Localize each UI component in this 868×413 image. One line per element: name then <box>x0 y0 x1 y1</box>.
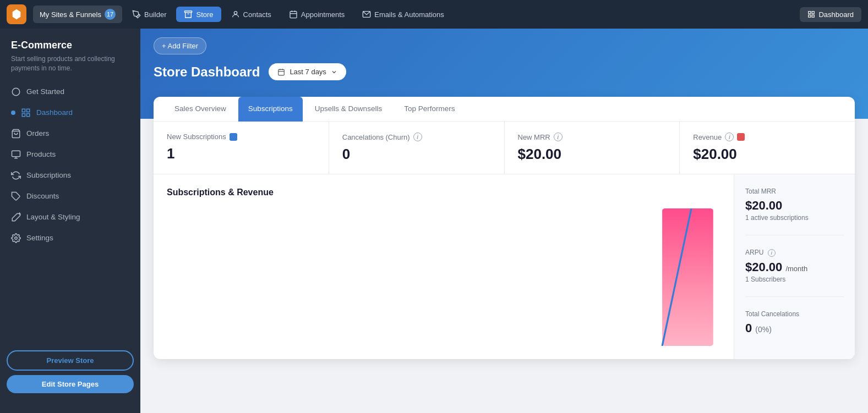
sidebar-item-layout[interactable]: Layout & Styling <box>4 207 136 227</box>
dashboard-card: Sales Overview Subscriptions Upsells & D… <box>154 97 855 359</box>
stat-sub: 1 Subscribers <box>745 276 844 283</box>
stat-divider <box>745 235 844 235</box>
svg-rect-14 <box>22 113 25 116</box>
tab-top-performers[interactable]: Top Performers <box>394 97 465 122</box>
chart-title: Subscriptions & Revenue <box>167 188 720 197</box>
stat-value: $20.00 /month <box>745 260 844 274</box>
tab-upsells-downsells[interactable]: Upsells & Downsells <box>305 97 392 122</box>
bag-icon <box>11 129 21 139</box>
page-title: Store Dashboard <box>154 64 260 80</box>
svg-rect-12 <box>22 109 25 112</box>
sidebar-label: Settings <box>26 234 53 242</box>
sidebar-item-dashboard[interactable]: Dashboard <box>4 103 136 123</box>
stat-total-cancelations: Total Cancelations 0 (0%) <box>745 310 844 335</box>
stat-value: 0 (0%) <box>745 321 844 335</box>
date-filter-label: Last 7 days <box>290 68 326 76</box>
nav-builder[interactable]: Builder <box>124 7 174 22</box>
stat-total-mrr: Total MRR $20.00 1 active subscriptions <box>745 188 844 222</box>
dashboard-button[interactable]: Dashboard <box>800 7 861 22</box>
calendar-icon <box>277 68 285 76</box>
nav-store[interactable]: Store <box>176 7 221 22</box>
tab-bar: Sales Overview Subscriptions Upsells & D… <box>154 97 855 122</box>
metric-label-text: Revenue <box>693 133 722 141</box>
metric-label: New Subscriptions <box>167 133 315 141</box>
date-filter-button[interactable]: Last 7 days <box>269 63 346 80</box>
sidebar-footer: Preview Store Edit Store Pages <box>0 342 140 372</box>
brush-icon <box>11 212 21 222</box>
sidebar-label: Subscriptions <box>26 171 71 179</box>
sidebar-brand: E-Commerce Start selling products and co… <box>0 40 140 82</box>
stat-label: Total Cancelations <box>745 310 844 318</box>
sites-count: 17 <box>105 9 116 20</box>
sidebar-nav: Get Started Dashboard Orders Products Su… <box>0 82 140 342</box>
info-icon[interactable]: i <box>413 133 422 141</box>
nav-contacts[interactable]: Contacts <box>223 7 279 22</box>
sidebar-subtitle: Start selling products and collecting pa… <box>11 54 129 73</box>
metrics-row: New Subscriptions 1 Cancelations (Churn)… <box>154 122 855 174</box>
svg-rect-10 <box>812 15 815 17</box>
stat-arpu: ARPU i $20.00 /month 1 Subscribers <box>745 249 844 283</box>
cancelations-pct: (0%) <box>755 325 772 334</box>
nav-emails[interactable]: Emails & Automations <box>354 7 451 22</box>
metric-revenue: Revenue i $20.00 <box>680 122 855 174</box>
metric-label-text: New MRR <box>518 133 550 141</box>
sidebar-label: Discounts <box>26 192 59 200</box>
sites-label: My Sites & Funnels <box>40 10 101 19</box>
chart-svg <box>167 208 720 346</box>
nav-appointments[interactable]: Appointments <box>281 7 353 22</box>
stats-panel: Total MRR $20.00 1 active subscriptions … <box>734 174 855 359</box>
sidebar-item-settings[interactable]: Settings <box>4 228 136 248</box>
sidebar-label: Dashboard <box>36 108 73 117</box>
sidebar-item-get-started[interactable]: Get Started <box>4 82 136 102</box>
info-icon[interactable]: i <box>768 249 776 257</box>
metric-value: $20.00 <box>693 146 842 163</box>
chart-visual <box>167 208 720 346</box>
metric-label-text: New Subscriptions <box>167 133 226 141</box>
tab-sales-overview[interactable]: Sales Overview <box>165 97 236 122</box>
svg-rect-2 <box>290 12 297 18</box>
info-icon[interactable]: i <box>725 133 734 141</box>
svg-rect-7 <box>809 12 811 14</box>
app-logo <box>7 4 26 24</box>
add-filter-label: + Add Filter <box>162 42 198 50</box>
my-sites-button[interactable]: My Sites & Funnels 17 <box>33 5 122 23</box>
monitor-icon <box>11 150 21 159</box>
sidebar-title: E-Commerce <box>11 40 129 51</box>
arpu-unit: /month <box>785 265 807 273</box>
sidebar-item-orders[interactable]: Orders <box>4 124 136 144</box>
stat-label: ARPU i <box>745 249 844 257</box>
sidebar-item-products[interactable]: Products <box>4 145 136 164</box>
svg-point-11 <box>12 88 20 96</box>
top-navigation: My Sites & Funnels 17 Builder Store Cont… <box>0 0 868 29</box>
color-dot-red <box>737 133 745 141</box>
svg-rect-9 <box>809 15 811 17</box>
metric-new-subscriptions: New Subscriptions 1 <box>154 122 329 174</box>
metric-label: Cancelations (Churn) i <box>342 133 491 141</box>
info-icon[interactable]: i <box>554 133 563 141</box>
page-title-row: Store Dashboard Last 7 days <box>154 63 855 80</box>
metric-cancelations: Cancelations (Churn) i 0 <box>329 122 505 174</box>
metric-label: Revenue i <box>693 133 842 141</box>
sync-icon <box>11 170 21 180</box>
metric-label-text: Cancelations (Churn) <box>342 133 410 141</box>
sidebar-label: Products <box>26 150 56 158</box>
add-filter-button[interactable]: + Add Filter <box>154 37 206 54</box>
metric-value: 0 <box>342 146 491 163</box>
sidebar-item-discounts[interactable]: Discounts <box>4 186 136 206</box>
main-content: + Add Filter Store Dashboard Last 7 days… <box>140 29 868 359</box>
tab-subscriptions[interactable]: Subscriptions <box>238 97 303 122</box>
chart-area: Subscriptions & Revenue <box>154 174 734 359</box>
color-dot-blue <box>230 133 237 141</box>
active-dot <box>11 111 15 115</box>
sidebar-label: Layout & Styling <box>26 213 80 221</box>
svg-rect-15 <box>27 113 30 116</box>
metric-value: 1 <box>167 145 315 162</box>
preview-store-button[interactable]: Preview Store <box>7 350 134 371</box>
svg-rect-0 <box>185 11 192 13</box>
tag-icon <box>11 191 21 201</box>
gear-icon <box>11 233 21 243</box>
sidebar-item-subscriptions[interactable]: Subscriptions <box>4 166 136 185</box>
metric-label: New MRR i <box>518 133 667 141</box>
stat-value: $20.00 <box>745 199 844 213</box>
chevron-down-icon <box>331 69 337 75</box>
